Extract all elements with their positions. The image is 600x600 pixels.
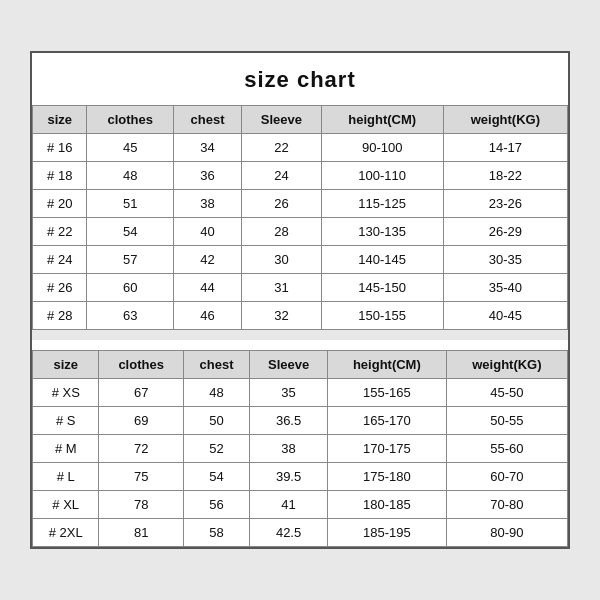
table-cell: 28 bbox=[242, 218, 322, 246]
table-cell: 14-17 bbox=[443, 134, 567, 162]
table-cell: 145-150 bbox=[321, 274, 443, 302]
table-row: # 22544028130-13526-29 bbox=[33, 218, 568, 246]
table-cell: # 26 bbox=[33, 274, 87, 302]
table-row: # XS674835155-16545-50 bbox=[33, 379, 568, 407]
table-cell: # 16 bbox=[33, 134, 87, 162]
table-cell: # L bbox=[33, 463, 99, 491]
table-cell: # XS bbox=[33, 379, 99, 407]
size-table-2: sizeclotheschestSleeveheight(CM)weight(K… bbox=[32, 350, 568, 547]
table-row: # 26604431145-15035-40 bbox=[33, 274, 568, 302]
table-row: # 20513826115-12523-26 bbox=[33, 190, 568, 218]
table1-header-cell: size bbox=[33, 106, 87, 134]
table-cell: 100-110 bbox=[321, 162, 443, 190]
table2-header-cell: weight(KG) bbox=[446, 351, 567, 379]
table-cell: 70-80 bbox=[446, 491, 567, 519]
table2-header: sizeclotheschestSleeveheight(CM)weight(K… bbox=[33, 351, 568, 379]
table-cell: 30-35 bbox=[443, 246, 567, 274]
table-cell: 26-29 bbox=[443, 218, 567, 246]
table2-header-row: sizeclotheschestSleeveheight(CM)weight(K… bbox=[33, 351, 568, 379]
table-cell: 75 bbox=[99, 463, 183, 491]
table-cell: 55-60 bbox=[446, 435, 567, 463]
table-cell: 30 bbox=[242, 246, 322, 274]
table-cell: 35-40 bbox=[443, 274, 567, 302]
table-row: # 28634632150-15540-45 bbox=[33, 302, 568, 330]
table-cell: 52 bbox=[183, 435, 249, 463]
size-table-1: sizeclotheschestSleeveheight(CM)weight(K… bbox=[32, 105, 568, 330]
table1-header-cell: clothes bbox=[87, 106, 173, 134]
table-row: # 2XL815842.5185-19580-90 bbox=[33, 519, 568, 547]
table-cell: 46 bbox=[173, 302, 241, 330]
table1-header-cell: height(CM) bbox=[321, 106, 443, 134]
table-cell: # M bbox=[33, 435, 99, 463]
table2-body: # XS674835155-16545-50# S695036.5165-170… bbox=[33, 379, 568, 547]
table-cell: # 18 bbox=[33, 162, 87, 190]
table-cell: 34 bbox=[173, 134, 241, 162]
table-cell: 58 bbox=[183, 519, 249, 547]
table1-header: sizeclotheschestSleeveheight(CM)weight(K… bbox=[33, 106, 568, 134]
chart-container: size chart sizeclotheschestSleeveheight(… bbox=[30, 51, 570, 549]
table-row: # 24574230140-14530-35 bbox=[33, 246, 568, 274]
table-cell: 78 bbox=[99, 491, 183, 519]
table-cell: 36.5 bbox=[250, 407, 328, 435]
table-cell: 26 bbox=[242, 190, 322, 218]
table-cell: 56 bbox=[183, 491, 249, 519]
table-cell: 67 bbox=[99, 379, 183, 407]
table1-body: # 1645342290-10014-17# 18483624100-11018… bbox=[33, 134, 568, 330]
table-cell: # 20 bbox=[33, 190, 87, 218]
table1-header-row: sizeclotheschestSleeveheight(CM)weight(K… bbox=[33, 106, 568, 134]
table-cell: 54 bbox=[87, 218, 173, 246]
table-cell: 41 bbox=[250, 491, 328, 519]
table-cell: 24 bbox=[242, 162, 322, 190]
table-cell: 130-135 bbox=[321, 218, 443, 246]
table-cell: # 2XL bbox=[33, 519, 99, 547]
table-cell: 81 bbox=[99, 519, 183, 547]
table-cell: 23-26 bbox=[443, 190, 567, 218]
table1-header-cell: chest bbox=[173, 106, 241, 134]
table-cell: # 24 bbox=[33, 246, 87, 274]
chart-title: size chart bbox=[32, 53, 568, 105]
table-cell: 48 bbox=[183, 379, 249, 407]
table-cell: 165-170 bbox=[327, 407, 446, 435]
table-cell: 32 bbox=[242, 302, 322, 330]
table-cell: 60 bbox=[87, 274, 173, 302]
table1-header-cell: Sleeve bbox=[242, 106, 322, 134]
table-row: # S695036.5165-17050-55 bbox=[33, 407, 568, 435]
table-cell: # S bbox=[33, 407, 99, 435]
table-cell: 51 bbox=[87, 190, 173, 218]
table-cell: 150-155 bbox=[321, 302, 443, 330]
table-cell: 180-185 bbox=[327, 491, 446, 519]
table2-header-cell: clothes bbox=[99, 351, 183, 379]
table-cell: 115-125 bbox=[321, 190, 443, 218]
table-cell: 170-175 bbox=[327, 435, 446, 463]
table-cell: 44 bbox=[173, 274, 241, 302]
table-cell: 63 bbox=[87, 302, 173, 330]
table-cell: 40 bbox=[173, 218, 241, 246]
table-cell: 39.5 bbox=[250, 463, 328, 491]
table-row: # L755439.5175-18060-70 bbox=[33, 463, 568, 491]
table-cell: 57 bbox=[87, 246, 173, 274]
table-cell: 50-55 bbox=[446, 407, 567, 435]
table-cell: 31 bbox=[242, 274, 322, 302]
table2-header-cell: size bbox=[33, 351, 99, 379]
table-cell: 38 bbox=[250, 435, 328, 463]
table-row: # 18483624100-11018-22 bbox=[33, 162, 568, 190]
table-row: # 1645342290-10014-17 bbox=[33, 134, 568, 162]
table2-header-cell: height(CM) bbox=[327, 351, 446, 379]
section-divider bbox=[32, 330, 568, 340]
table-cell: 45-50 bbox=[446, 379, 567, 407]
table-cell: 69 bbox=[99, 407, 183, 435]
table-cell: 155-165 bbox=[327, 379, 446, 407]
table-cell: 54 bbox=[183, 463, 249, 491]
table-cell: 42 bbox=[173, 246, 241, 274]
table-cell: 175-180 bbox=[327, 463, 446, 491]
table-cell: 140-145 bbox=[321, 246, 443, 274]
table-cell: # 28 bbox=[33, 302, 87, 330]
table2-header-cell: Sleeve bbox=[250, 351, 328, 379]
table-cell: 45 bbox=[87, 134, 173, 162]
table-cell: # 22 bbox=[33, 218, 87, 246]
table-cell: 38 bbox=[173, 190, 241, 218]
table-cell: 60-70 bbox=[446, 463, 567, 491]
table-cell: 35 bbox=[250, 379, 328, 407]
table-cell: 22 bbox=[242, 134, 322, 162]
table2-header-cell: chest bbox=[183, 351, 249, 379]
